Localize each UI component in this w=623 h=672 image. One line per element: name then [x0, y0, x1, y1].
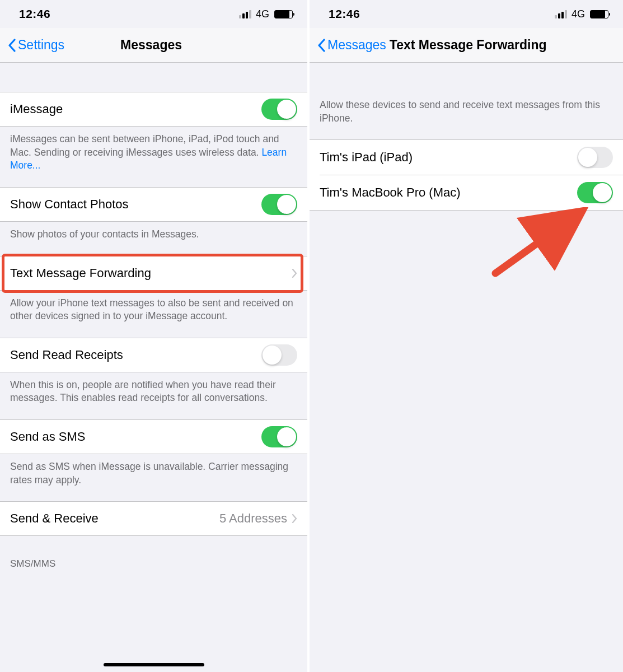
chevron-right-icon: [292, 269, 297, 278]
device-row-ipad[interactable]: Tim's iPad (iPad): [310, 140, 623, 175]
nav-bar: Messages Text Message Forwarding: [310, 28, 623, 63]
status-bar: 12:46 4G: [310, 0, 623, 28]
back-label: Messages: [327, 38, 386, 53]
back-button[interactable]: Settings: [8, 38, 64, 53]
imessage-row[interactable]: iMessage: [0, 92, 307, 127]
send-as-sms-footer: Send as SMS when iMessage is unavailable…: [0, 454, 307, 501]
signal-icon: [239, 10, 251, 18]
row-label: Send as SMS: [10, 422, 261, 452]
device-row-mac[interactable]: Tim's MacBook Pro (Mac): [310, 175, 623, 210]
contact-photos-footer: Show photos of your contacts in Messages…: [0, 222, 307, 256]
status-icons: 4G: [555, 8, 608, 20]
forwarding-header-text: Allow these devices to send and receive …: [310, 99, 623, 139]
network-type: 4G: [572, 8, 585, 20]
chevron-left-icon: [8, 39, 16, 52]
imessage-toggle[interactable]: [261, 99, 297, 120]
battery-icon: [274, 10, 293, 18]
svg-line-0: [495, 214, 578, 273]
text-forwarding-row[interactable]: Text Message Forwarding: [0, 256, 307, 291]
row-label: Tim's iPad (iPad): [320, 142, 577, 172]
chevron-right-icon: [292, 514, 297, 523]
status-time: 12:46: [329, 7, 360, 21]
text-forwarding-screen: 12:46 4G Messages Text Message Forwardin…: [310, 0, 623, 672]
nav-title: Messages: [64, 38, 238, 53]
device-mac-toggle[interactable]: [577, 182, 613, 203]
network-type: 4G: [256, 8, 269, 20]
read-receipts-row[interactable]: Send Read Receipts: [0, 338, 307, 372]
contact-photos-toggle[interactable]: [261, 194, 297, 215]
status-bar: 12:46 4G: [0, 0, 307, 28]
status-time: 12:46: [19, 7, 50, 21]
imessage-footer: iMessages can be sent between iPhone, iP…: [0, 127, 307, 187]
device-ipad-toggle[interactable]: [577, 147, 613, 168]
row-label: iMessage: [10, 94, 261, 124]
signal-icon: [555, 10, 567, 18]
send-receive-row[interactable]: Send & Receive 5 Addresses: [0, 501, 307, 536]
annotation-arrow-icon: [483, 207, 589, 280]
back-label: Settings: [18, 38, 64, 53]
send-as-sms-toggle[interactable]: [261, 426, 297, 447]
row-label: Tim's MacBook Pro (Mac): [320, 178, 577, 208]
nav-title: Text Message Forwarding: [390, 38, 615, 53]
read-receipts-toggle[interactable]: [261, 344, 297, 366]
sms-mms-section-header: SMS/MMS: [0, 558, 307, 573]
contact-photos-row[interactable]: Show Contact Photos: [0, 187, 307, 222]
row-label: Show Contact Photos: [10, 189, 261, 220]
row-label: Send & Receive: [10, 503, 219, 534]
read-receipts-footer: When this is on, people are notified whe…: [0, 372, 307, 419]
home-indicator: [104, 663, 204, 666]
nav-bar: Settings Messages: [0, 28, 307, 63]
row-label: Send Read Receipts: [10, 340, 261, 370]
row-detail: 5 Addresses: [219, 511, 287, 526]
battery-icon: [590, 10, 608, 18]
row-label: Text Message Forwarding: [10, 258, 292, 288]
send-as-sms-row[interactable]: Send as SMS: [0, 419, 307, 454]
back-button[interactable]: Messages: [317, 38, 386, 53]
chevron-left-icon: [317, 39, 325, 52]
messages-settings-screen: 12:46 4G Settings Messages iMessage iMe: [0, 0, 310, 672]
forwarding-footer: Allow your iPhone text messages to also …: [0, 291, 307, 338]
status-icons: 4G: [239, 8, 293, 20]
